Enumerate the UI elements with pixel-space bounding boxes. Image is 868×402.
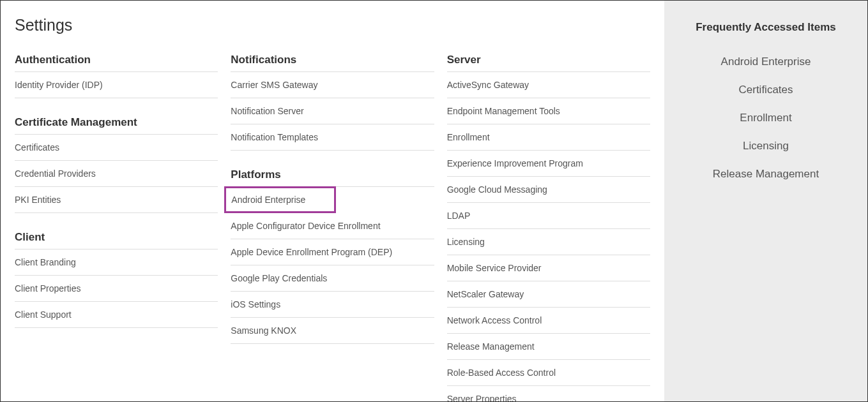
item-server-properties[interactable]: Server Properties [447, 386, 650, 402]
item-android-enterprise[interactable]: Android Enterprise [224, 186, 335, 213]
item-identity-provider[interactable]: Identity Provider (IDP) [15, 72, 218, 98]
column-3: Server ActiveSync Gateway Endpoint Manag… [447, 54, 650, 402]
section-heading-authentication: Authentication [15, 54, 218, 72]
item-notification-templates[interactable]: Notification Templates [231, 124, 434, 151]
column-1: Authentication Identity Provider (IDP) C… [15, 54, 218, 402]
sidebar-item-enrollment[interactable]: Enrollment [674, 104, 857, 132]
section-heading-server: Server [447, 54, 650, 72]
item-notification-server[interactable]: Notification Server [231, 98, 434, 124]
section-heading-platforms: Platforms [231, 168, 434, 187]
item-google-cloud-messaging[interactable]: Google Cloud Messaging [447, 177, 650, 203]
item-role-based-access-control[interactable]: Role-Based Access Control [447, 360, 650, 386]
column-2: Notifications Carrier SMS Gateway Notifi… [231, 54, 434, 402]
item-endpoint-management-tools[interactable]: Endpoint Management Tools [447, 98, 650, 124]
item-mobile-service-provider[interactable]: Mobile Service Provider [447, 255, 650, 281]
page-title: Settings [15, 16, 650, 34]
sidebar-item-certificates[interactable]: Certificates [674, 76, 857, 104]
item-samsung-knox[interactable]: Samsung KNOX [231, 318, 434, 344]
item-licensing[interactable]: Licensing [447, 229, 650, 255]
main-content: Settings Authentication Identity Provide… [1, 1, 664, 401]
sidebar-item-licensing[interactable]: Licensing [674, 132, 857, 160]
item-pki-entities[interactable]: PKI Entities [15, 187, 218, 213]
item-client-properties[interactable]: Client Properties [15, 276, 218, 302]
section-notifications: Notifications Carrier SMS Gateway Notifi… [231, 54, 434, 151]
item-apple-dep[interactable]: Apple Device Enrollment Program (DEP) [231, 239, 434, 265]
item-client-branding[interactable]: Client Branding [15, 249, 218, 276]
sidebar-heading: Frequently Accessed Items [674, 21, 857, 34]
item-network-access-control[interactable]: Network Access Control [447, 308, 650, 334]
item-activesync-gateway[interactable]: ActiveSync Gateway [447, 72, 650, 98]
section-heading-notifications: Notifications [231, 54, 434, 72]
item-client-support[interactable]: Client Support [15, 302, 218, 328]
item-ldap[interactable]: LDAP [447, 203, 650, 229]
section-server: Server ActiveSync Gateway Endpoint Manag… [447, 54, 650, 402]
item-certificates[interactable]: Certificates [15, 135, 218, 161]
section-client: Client Client Branding Client Properties… [15, 231, 218, 328]
item-netscaler-gateway[interactable]: NetScaler Gateway [447, 281, 650, 308]
item-apple-configurator[interactable]: Apple Configurator Device Enrollment [231, 213, 434, 239]
section-heading-client: Client [15, 231, 218, 249]
item-ios-settings[interactable]: iOS Settings [231, 292, 434, 318]
item-google-play-credentials[interactable]: Google Play Credentials [231, 265, 434, 292]
sidebar-item-android-enterprise[interactable]: Android Enterprise [674, 48, 857, 76]
settings-columns: Authentication Identity Provider (IDP) C… [15, 54, 650, 402]
section-platforms: Platforms Android Enterprise Apple Confi… [231, 168, 434, 344]
item-carrier-sms-gateway[interactable]: Carrier SMS Gateway [231, 72, 434, 98]
item-enrollment[interactable]: Enrollment [447, 124, 650, 151]
item-release-management[interactable]: Release Management [447, 334, 650, 360]
sidebar-frequently-accessed: Frequently Accessed Items Android Enterp… [664, 1, 867, 401]
section-heading-certificate-management: Certificate Management [15, 116, 218, 135]
section-certificate-management: Certificate Management Certificates Cred… [15, 116, 218, 213]
item-experience-improvement[interactable]: Experience Improvement Program [447, 151, 650, 177]
section-authentication: Authentication Identity Provider (IDP) [15, 54, 218, 98]
sidebar-item-release-management[interactable]: Release Management [674, 160, 857, 188]
item-credential-providers[interactable]: Credential Providers [15, 161, 218, 187]
